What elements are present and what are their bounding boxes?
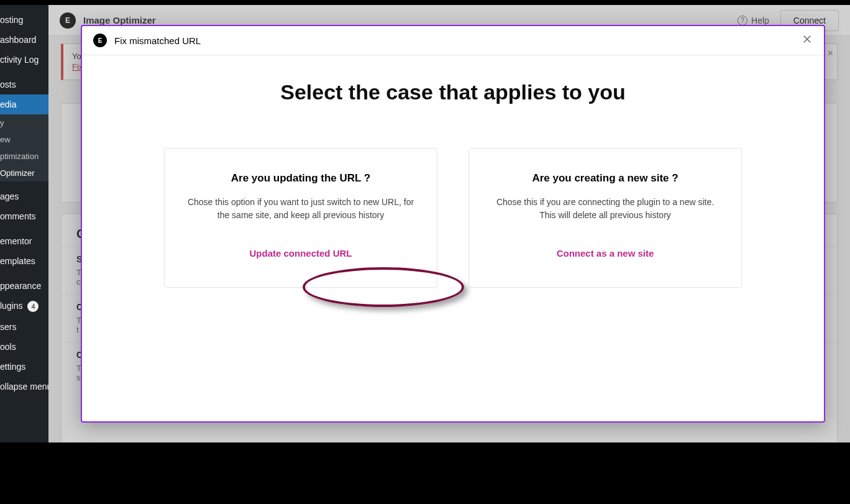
sidebar-item-media[interactable]: edia — [0, 94, 48, 114]
sidebar-item-plugins[interactable]: lugins 4 — [0, 296, 48, 317]
card-desc: Chose this option if you want to just sw… — [187, 196, 414, 222]
sidebar-item-comments[interactable]: omments — [0, 206, 48, 226]
sidebar-item-elementor[interactable]: ementor — [0, 231, 48, 251]
card-title: Are you updating the URL ? — [187, 172, 414, 185]
admin-sidebar: osting ashboard ctivity Log osts edia y … — [0, 5, 48, 442]
bottom-black-bar — [0, 442, 850, 504]
modal-header: E Fix mismatched URL — [82, 26, 824, 55]
sidebar-item-posts[interactable]: osts — [0, 75, 48, 94]
update-connected-url-link[interactable]: Update connected URL — [240, 243, 360, 263]
sidebar-sub-optimizer[interactable]: Optimizer — [0, 165, 48, 181]
sidebar-sub-new[interactable]: ew — [0, 131, 48, 148]
top-black-bar — [0, 0, 850, 5]
sidebar-item-tools[interactable]: ools — [0, 337, 48, 357]
sidebar-sub-library[interactable]: y — [0, 114, 48, 131]
sidebar-item-hosting[interactable]: osting — [0, 10, 48, 30]
modal-body: Select the case that applies to you Are … — [82, 55, 824, 421]
sidebar-item-appearance[interactable]: ppearance — [0, 276, 48, 296]
connect-new-site-link[interactable]: Connect as a new site — [548, 243, 663, 263]
sidebar-item-pages[interactable]: ages — [0, 186, 48, 206]
sidebar-item-dashboard[interactable]: ashboard — [0, 30, 48, 50]
modal-cards: Are you updating the URL ? Chose this op… — [119, 148, 787, 288]
sidebar-item-users[interactable]: sers — [0, 317, 48, 337]
card-title: Are you creating a new site ? — [491, 172, 719, 185]
sidebar-item-collapse[interactable]: ollapse menu — [0, 377, 48, 396]
sidebar-item-templates[interactable]: emplates — [0, 251, 48, 271]
sidebar-item-activity-log[interactable]: ctivity Log — [0, 50, 48, 70]
close-icon — [802, 34, 813, 45]
fix-url-modal: E Fix mismatched URL Select the case tha… — [81, 25, 825, 423]
card-update-url: Are you updating the URL ? Chose this op… — [164, 148, 437, 288]
modal-heading: Select the case that applies to you — [119, 80, 787, 104]
plugins-count-badge: 4 — [27, 301, 39, 312]
modal-close-button[interactable] — [802, 34, 813, 47]
elementor-logo-icon: E — [93, 34, 107, 47]
card-desc: Chose this if you are connecting the plu… — [491, 196, 719, 222]
sidebar-sub-optimization[interactable]: ptimization — [0, 148, 48, 165]
sidebar-item-label: lugins — [0, 301, 23, 311]
card-new-site: Are you creating a new site ? Chose this… — [468, 148, 742, 288]
sidebar-item-settings[interactable]: ettings — [0, 357, 48, 377]
modal-title: Fix mismatched URL — [114, 35, 201, 46]
